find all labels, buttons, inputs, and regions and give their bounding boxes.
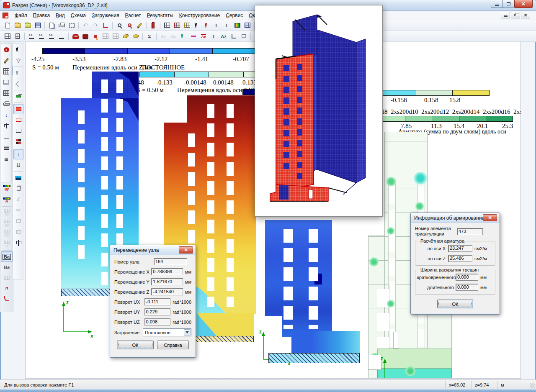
menu-loadcases[interactable]: Загружения [89,12,122,19]
four-squares-icon[interactable] [13,136,23,147]
slab-camera-icon[interactable] [1,99,11,109]
selection-marquee-icon[interactable] [67,21,77,30]
check-mesh-icon[interactable] [1,131,11,142]
zoom-target-icon[interactable] [124,21,134,30]
epure-my-icon[interactable]: My [1,228,13,239]
undo-icon[interactable]: ↶ [80,21,90,30]
mesh-grid-icon[interactable] [162,21,172,30]
building-mesh-icon[interactable] [1,66,11,77]
ax-gray-icon[interactable]: Ax [158,32,168,41]
rect-red-icon[interactable] [13,115,23,125]
add-select-icon[interactable] [13,68,23,78]
menu-file[interactable]: Файл [12,12,30,19]
reinforcement-info-dialog[interactable]: Информация об армировании ... ✕ Номер эл… [410,213,500,315]
rotate-axes-icon[interactable] [1,293,13,304]
ba-icon[interactable]: Ba [1,251,13,262]
grid-icon[interactable] [3,32,13,41]
menu-scheme[interactable]: Схема [68,12,89,19]
worker-icon[interactable] [90,32,100,41]
menu-view[interactable]: Вид [53,12,68,19]
ax-red-icon[interactable]: Ax [198,32,209,41]
print-icon[interactable] [57,21,67,30]
pointer-icon[interactable] [13,44,23,55]
displacement-x-field[interactable]: 0.788386 [151,268,183,275]
force-n-icon[interactable]: N [1,195,13,205]
ok-button[interactable]: ОК [437,300,473,308]
copy-icon[interactable] [13,183,23,194]
rect-black-icon[interactable] [13,126,23,136]
filter-icon[interactable]: ▽ [13,55,23,66]
mdi-close-button[interactable]: ✕ [521,12,530,18]
force-qy-icon[interactable]: Qy [1,182,13,193]
color-display-icon[interactable] [232,21,242,30]
menu-results[interactable]: Результаты [144,12,176,19]
fragment-flash-icon[interactable] [182,21,192,30]
zoom-in-icon[interactable] [114,21,124,30]
level-dim-up-icon[interactable]: 0.0 [36,32,46,41]
menu-design[interactable]: Конструирование [176,12,223,19]
resize-grip[interactable] [530,383,535,388]
stamp-icon[interactable] [80,32,90,41]
model-3d-preview-window[interactable] [255,5,383,217]
level-dim-icon[interactable]: 0.0 [26,32,36,41]
triple-arrow-icon[interactable]: ⇊ [13,160,23,170]
blue-flag-icon[interactable] [222,21,232,30]
chevron-down-icon[interactable] [184,329,191,336]
select-cursor-icon[interactable] [192,21,202,30]
rotation-uy-field[interactable]: 0.229 [144,308,171,315]
rotation-ux-field[interactable]: -0.111 [144,298,171,305]
pencil-hatch-icon[interactable] [1,55,11,66]
support-springs-2-icon[interactable] [1,153,11,164]
magenta-dash-icon[interactable] [188,32,198,41]
polygon-cut-icon[interactable] [13,216,23,226]
menu-edit[interactable]: Правка [30,12,53,19]
projection-bar-icon[interactable] [148,21,158,30]
displacement-y-field[interactable]: 1.521670 [151,278,183,285]
down-arrow-icon[interactable]: ↓ [13,149,23,159]
rebar-z-field[interactable]: 25.486 [448,255,472,262]
open-folder-icon[interactable] [13,21,23,30]
paint-brush-icon[interactable] [13,91,23,102]
load-mesh-icon[interactable] [172,21,182,30]
mdi-minimize-button[interactable] [501,12,510,18]
help-button[interactable]: Справка [157,341,189,349]
ba-italic-icon[interactable]: Ba [1,262,13,272]
crack-long-field[interactable]: 0.000 [456,284,478,291]
hatch-panel-icon[interactable] [1,88,11,98]
crack-short-field[interactable]: 0.000 [456,274,478,281]
epure-u-icon[interactable]: U [1,239,13,249]
az-gray-icon[interactable]: Az [168,32,178,41]
lock-100-icon[interactable]: 100 [70,32,80,41]
green-flags-icon[interactable] [212,21,222,30]
podium-icon[interactable] [13,172,23,183]
dim-cut-icon[interactable] [57,32,67,41]
menu-service[interactable]: Сервис [223,12,246,19]
epure-gray-icon[interactable] [1,272,13,283]
rebar-x-field[interactable]: 23.247 [448,245,472,252]
blue-grid-icon[interactable] [242,21,253,30]
building-section-blue[interactable] [265,220,360,364]
redo-icon[interactable]: ↷ [90,21,100,30]
node-tree-icon[interactable] [1,120,11,131]
node-displacement-dialog[interactable]: Перемещение узла ✕ Номер узла 164 Переме… [110,245,196,358]
minimize-button[interactable] [491,0,503,8]
polygon-cut-2-icon[interactable] [13,227,23,237]
save-icon[interactable] [33,21,43,30]
scissors-icon[interactable]: ✂ [13,205,23,215]
element-number-field[interactable]: 473 [457,228,483,235]
elevation-icon[interactable]: 3.0 [46,32,57,41]
support-springs-icon[interactable] [1,142,11,153]
loadcase-dropdown[interactable]: Постоянное [143,328,191,336]
rect-filled-red-icon[interactable] [13,104,23,114]
angle-icon[interactable]: ∠ [13,194,23,205]
epure-nx-icon[interactable]: Nx [1,208,13,218]
polyline-select-icon[interactable] [13,79,23,89]
grid-cut-icon[interactable] [13,32,23,41]
ghost-mesh-icon[interactable] [100,32,111,41]
print-preview-icon[interactable] [46,21,57,30]
rainbow-cursor-icon[interactable] [178,32,188,41]
maximize-button[interactable] [502,0,515,8]
box-corner-icon[interactable] [239,32,249,41]
menu-analysis[interactable]: Расчет [122,12,144,19]
leaf-icon[interactable] [121,32,131,41]
